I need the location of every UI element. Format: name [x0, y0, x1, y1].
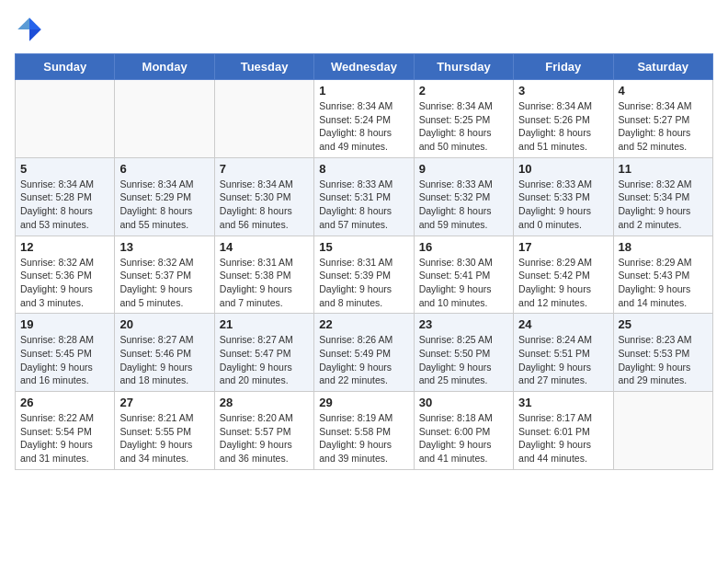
calendar-cell: 3Sunrise: 8:34 AM Sunset: 5:26 PM Daylig…: [514, 80, 613, 158]
calendar-cell: 8Sunrise: 8:33 AM Sunset: 5:31 PM Daylig…: [314, 157, 414, 236]
day-info: Sunrise: 8:34 AM Sunset: 5:27 PM Dayligh…: [619, 99, 708, 154]
calendar-table: SundayMondayTuesdayWednesdayThursdayFrid…: [15, 53, 713, 470]
day-number: 31: [518, 396, 608, 409]
calendar-cell: 26Sunrise: 8:22 AM Sunset: 5:54 PM Dayli…: [16, 392, 115, 470]
day-number: 23: [419, 317, 508, 331]
calendar-cell: 31Sunrise: 8:17 AM Sunset: 6:01 PM Dayli…: [514, 392, 613, 470]
day-info: Sunrise: 8:27 AM Sunset: 5:46 PM Dayligh…: [119, 333, 209, 387]
calendar-cell: 24Sunrise: 8:24 AM Sunset: 5:51 PM Dayli…: [514, 314, 613, 392]
day-info: Sunrise: 8:34 AM Sunset: 5:28 PM Dayligh…: [20, 178, 109, 232]
day-info: Sunrise: 8:34 AM Sunset: 5:29 PM Dayligh…: [119, 178, 209, 232]
calendar-cell: 25Sunrise: 8:23 AM Sunset: 5:53 PM Dayli…: [613, 314, 712, 392]
calendar-cell: 20Sunrise: 8:27 AM Sunset: 5:46 PM Dayli…: [115, 314, 214, 392]
day-info: Sunrise: 8:19 AM Sunset: 5:58 PM Dayligh…: [319, 411, 408, 465]
day-info: Sunrise: 8:18 AM Sunset: 6:00 PM Dayligh…: [419, 411, 508, 465]
calendar-week-2: 5Sunrise: 8:34 AM Sunset: 5:28 PM Daylig…: [16, 157, 713, 236]
day-info: Sunrise: 8:32 AM Sunset: 5:37 PM Dayligh…: [119, 256, 209, 310]
day-number: 30: [419, 396, 508, 409]
day-number: 19: [20, 317, 109, 331]
calendar-cell: [115, 80, 214, 158]
day-number: 24: [518, 317, 608, 331]
calendar-cell: 28Sunrise: 8:20 AM Sunset: 5:57 PM Dayli…: [214, 392, 313, 470]
svg-marker-1: [17, 17, 29, 29]
calendar-cell: 18Sunrise: 8:29 AM Sunset: 5:43 PM Dayli…: [613, 236, 712, 314]
day-info: Sunrise: 8:17 AM Sunset: 6:01 PM Dayligh…: [518, 411, 608, 465]
day-number: 29: [319, 396, 408, 409]
day-info: Sunrise: 8:34 AM Sunset: 5:24 PM Dayligh…: [319, 99, 408, 154]
day-number: 13: [119, 240, 209, 254]
day-number: 8: [319, 162, 408, 176]
day-number: 22: [319, 317, 408, 331]
calendar-cell: 10Sunrise: 8:33 AM Sunset: 5:33 PM Dayli…: [514, 157, 613, 236]
day-number: 2: [419, 84, 508, 98]
calendar-cell: 22Sunrise: 8:26 AM Sunset: 5:49 PM Dayli…: [314, 314, 414, 392]
calendar-cell: 12Sunrise: 8:32 AM Sunset: 5:36 PM Dayli…: [16, 236, 115, 314]
day-number: 27: [119, 396, 209, 409]
calendar-cell: 4Sunrise: 8:34 AM Sunset: 5:27 PM Daylig…: [613, 80, 712, 158]
day-info: Sunrise: 8:20 AM Sunset: 5:57 PM Dayligh…: [220, 411, 309, 465]
calendar-week-3: 12Sunrise: 8:32 AM Sunset: 5:36 PM Dayli…: [16, 236, 713, 314]
day-info: Sunrise: 8:25 AM Sunset: 5:50 PM Dayligh…: [419, 333, 508, 387]
calendar-cell: [613, 392, 712, 470]
day-number: 6: [119, 162, 209, 176]
calendar-cell: 9Sunrise: 8:33 AM Sunset: 5:32 PM Daylig…: [414, 157, 513, 236]
day-number: 1: [319, 84, 408, 98]
day-number: 28: [220, 396, 309, 409]
day-number: 18: [619, 240, 708, 254]
weekday-header-sunday: Sunday: [16, 54, 115, 80]
page-header: [15, 15, 713, 44]
calendar-body: 1Sunrise: 8:34 AM Sunset: 5:24 PM Daylig…: [16, 80, 713, 470]
day-info: Sunrise: 8:30 AM Sunset: 5:41 PM Dayligh…: [419, 256, 508, 310]
day-info: Sunrise: 8:23 AM Sunset: 5:53 PM Dayligh…: [619, 333, 708, 387]
calendar-cell: 15Sunrise: 8:31 AM Sunset: 5:39 PM Dayli…: [314, 236, 414, 314]
day-info: Sunrise: 8:29 AM Sunset: 5:43 PM Dayligh…: [619, 256, 708, 310]
day-number: 5: [20, 162, 109, 176]
calendar-week-4: 19Sunrise: 8:28 AM Sunset: 5:45 PM Dayli…: [16, 314, 713, 392]
calendar-cell: 13Sunrise: 8:32 AM Sunset: 5:37 PM Dayli…: [115, 236, 214, 314]
day-number: 10: [518, 162, 608, 176]
day-number: 14: [220, 240, 309, 254]
calendar-cell: 29Sunrise: 8:19 AM Sunset: 5:58 PM Dayli…: [314, 392, 414, 470]
day-info: Sunrise: 8:24 AM Sunset: 5:51 PM Dayligh…: [518, 333, 608, 387]
calendar-cell: [16, 80, 115, 158]
calendar-cell: 6Sunrise: 8:34 AM Sunset: 5:29 PM Daylig…: [115, 157, 214, 236]
day-info: Sunrise: 8:34 AM Sunset: 5:30 PM Dayligh…: [220, 178, 309, 232]
calendar-cell: 7Sunrise: 8:34 AM Sunset: 5:30 PM Daylig…: [214, 157, 313, 236]
day-info: Sunrise: 8:21 AM Sunset: 5:55 PM Dayligh…: [119, 411, 209, 465]
calendar-cell: [214, 80, 313, 158]
calendar-cell: 19Sunrise: 8:28 AM Sunset: 5:45 PM Dayli…: [16, 314, 115, 392]
day-number: 9: [419, 162, 508, 176]
day-info: Sunrise: 8:22 AM Sunset: 5:54 PM Dayligh…: [20, 411, 109, 465]
calendar-cell: 27Sunrise: 8:21 AM Sunset: 5:55 PM Dayli…: [115, 392, 214, 470]
day-number: 25: [619, 317, 708, 331]
calendar-cell: 2Sunrise: 8:34 AM Sunset: 5:25 PM Daylig…: [414, 80, 513, 158]
logo: [15, 15, 48, 44]
day-info: Sunrise: 8:34 AM Sunset: 5:26 PM Dayligh…: [518, 99, 608, 154]
calendar-cell: 30Sunrise: 8:18 AM Sunset: 6:00 PM Dayli…: [414, 392, 513, 470]
day-number: 16: [419, 240, 508, 254]
day-info: Sunrise: 8:33 AM Sunset: 5:32 PM Dayligh…: [419, 178, 508, 232]
logo-icon: [15, 15, 44, 44]
calendar-week-5: 26Sunrise: 8:22 AM Sunset: 5:54 PM Dayli…: [16, 392, 713, 470]
calendar-cell: 14Sunrise: 8:31 AM Sunset: 5:38 PM Dayli…: [214, 236, 313, 314]
calendar-cell: 23Sunrise: 8:25 AM Sunset: 5:50 PM Dayli…: [414, 314, 513, 392]
day-info: Sunrise: 8:31 AM Sunset: 5:38 PM Dayligh…: [220, 256, 309, 310]
day-number: 26: [20, 396, 109, 409]
weekday-header-monday: Monday: [115, 54, 214, 80]
weekday-header-wednesday: Wednesday: [314, 54, 414, 80]
day-info: Sunrise: 8:34 AM Sunset: 5:25 PM Dayligh…: [419, 99, 508, 154]
day-info: Sunrise: 8:27 AM Sunset: 5:47 PM Dayligh…: [220, 333, 309, 387]
calendar-week-1: 1Sunrise: 8:34 AM Sunset: 5:24 PM Daylig…: [16, 80, 713, 158]
svg-marker-2: [29, 29, 41, 41]
day-number: 20: [119, 317, 209, 331]
day-number: 7: [220, 162, 309, 176]
weekday-header-saturday: Saturday: [613, 54, 712, 80]
day-info: Sunrise: 8:33 AM Sunset: 5:33 PM Dayligh…: [518, 178, 608, 232]
day-info: Sunrise: 8:28 AM Sunset: 5:45 PM Dayligh…: [20, 333, 109, 387]
day-number: 15: [319, 240, 408, 254]
day-number: 11: [619, 162, 708, 176]
day-info: Sunrise: 8:33 AM Sunset: 5:31 PM Dayligh…: [319, 178, 408, 232]
weekday-header-thursday: Thursday: [414, 54, 513, 80]
day-number: 21: [220, 317, 309, 331]
weekday-row: SundayMondayTuesdayWednesdayThursdayFrid…: [16, 54, 713, 80]
